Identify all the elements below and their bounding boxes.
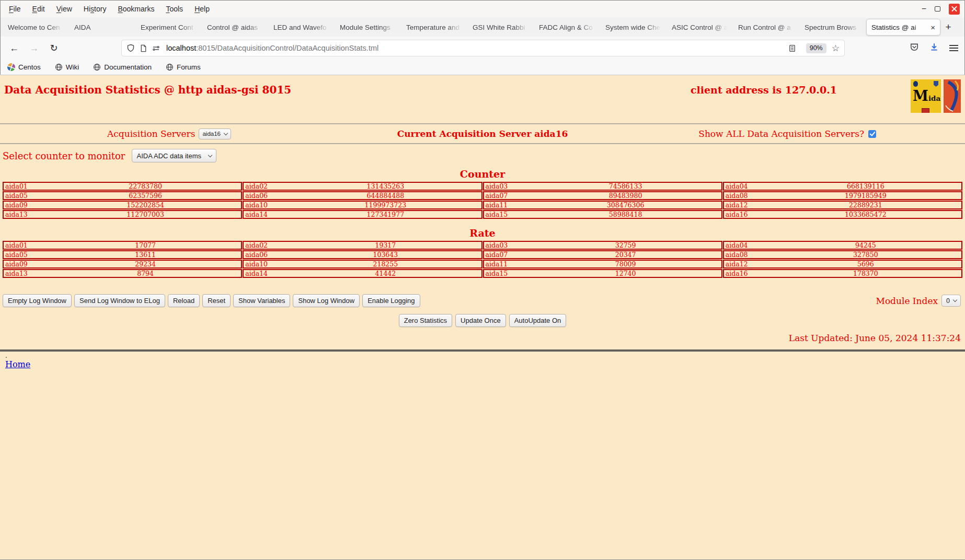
button-autoupdate-on[interactable]: AutoUpdate On (509, 314, 567, 327)
stat-value: 218255 (290, 261, 481, 267)
stat-cell-aida13: aida13112707003 (3, 210, 242, 219)
logos: Midas (911, 79, 961, 113)
tab-label: AIDA (74, 24, 131, 31)
tab-system-wide-che[interactable]: System wide Che (601, 19, 667, 35)
close-window-button[interactable] (949, 4, 960, 15)
stat-value: 94245 (770, 242, 961, 249)
url-text[interactable]: localhost:8015/DataAcquisitionControl/Da… (166, 44, 788, 52)
stat-name: aida03 (484, 183, 530, 190)
tab-asic-control-a[interactable]: ASIC Control @ a (667, 19, 733, 35)
tab-aida[interactable]: AIDA (70, 19, 136, 35)
stat-name: aida08 (724, 193, 770, 199)
tab-experiment-cont[interactable]: Experiment Cont (136, 19, 202, 35)
counter-type-value: AIDA ADC data items (136, 152, 205, 160)
tab-fadc-align-co[interactable]: FADC Align & Co (534, 19, 601, 35)
tab-statistics-active[interactable]: Statistics @ ai × (866, 19, 940, 36)
home-link[interactable]: Home (5, 359, 30, 369)
tab-run-control-a[interactable]: Run Control @ a (733, 19, 800, 35)
menu-view[interactable]: View (51, 5, 78, 13)
stat-value: 1199973723 (290, 202, 481, 208)
show-all-checkbox[interactable] (868, 130, 876, 138)
reader-mode-icon[interactable] (788, 44, 796, 52)
stat-cell-aida05: aida0513611 (3, 250, 242, 259)
menu-file[interactable]: File (3, 5, 27, 13)
stat-name: aida16 (724, 271, 770, 277)
tab-label: ASIC Control @ a (672, 24, 729, 31)
pocket-icon[interactable] (910, 42, 919, 54)
menu-bookmarks[interactable]: Bookmarks (112, 5, 160, 13)
bookmark-wiki[interactable]: Wiki (55, 63, 79, 71)
button-zero-statistics[interactable]: Zero Statistics (399, 314, 452, 327)
zoom-level-badge[interactable]: 90% (806, 43, 826, 53)
back-button[interactable]: ← (6, 40, 22, 56)
footer-divider (0, 349, 965, 352)
tab-label: GSI White Rabbi (473, 24, 530, 31)
bookmark-star-icon[interactable]: ☆ (832, 43, 840, 54)
stat-row: aida09152202854aida101199973723aida11308… (3, 201, 962, 209)
button-show-variables[interactable]: Show Variables (233, 294, 290, 307)
button-update-once[interactable]: Update Once (455, 314, 506, 327)
page-title: Data Acquisition Statistics @ http aidas… (4, 84, 291, 96)
stat-row: aida0562357596aida06644884488aida0789483… (3, 191, 962, 200)
counter-type-select[interactable]: AIDA ADC data items (132, 149, 216, 162)
button-send-log-window-to-elog[interactable]: Send Log Window to ELog (74, 294, 165, 307)
tab-welcome-to-cen[interactable]: Welcome to Cen (3, 19, 70, 35)
module-index-select[interactable]: 0 (941, 295, 961, 307)
stat-cell-aida10: aida10218255 (243, 260, 482, 269)
stat-cell-aida16: aida16178370 (723, 269, 962, 278)
reload-button[interactable]: ↻ (46, 40, 62, 56)
button-reload[interactable]: Reload (168, 294, 200, 307)
tab-gsi-white-rabbi[interactable]: GSI White Rabbi (468, 19, 534, 35)
forward-button[interactable]: → (26, 40, 42, 56)
counter-section-title: Counter (0, 168, 965, 180)
shield-icon[interactable] (127, 44, 135, 52)
menu-tools[interactable]: Tools (160, 5, 189, 13)
stat-name: aida14 (244, 212, 290, 218)
module-index-label: Module Index (876, 296, 938, 306)
menu-edit[interactable]: Edit (27, 5, 51, 13)
menu-history[interactable]: History (78, 5, 112, 13)
menu-hamburger-icon[interactable] (949, 45, 958, 51)
maximize-button[interactable] (935, 6, 940, 11)
statistics-action-row: Zero StatisticsUpdate OnceAutoUpdate On (0, 314, 965, 327)
downloads-icon[interactable] (929, 42, 939, 54)
bookmarks-bar: CentosWikiDocumentationForums (0, 60, 965, 75)
bookmark-forums[interactable]: Forums (166, 63, 201, 71)
stat-cell-aida01: aida0117077 (3, 241, 242, 250)
stat-name: aida01 (4, 183, 50, 190)
page-info-icon[interactable] (140, 44, 147, 52)
acquisition-server-select[interactable]: aida16 (199, 129, 231, 139)
permissions-icon[interactable] (152, 44, 160, 52)
tab-label: System wide Che (605, 24, 662, 31)
stat-row: aida0929234aida10218255aida1178009aida12… (3, 260, 962, 269)
bookmark-centos[interactable]: Centos (7, 63, 41, 71)
stat-value: 20347 (530, 252, 721, 258)
button-reset[interactable]: Reset (202, 294, 231, 307)
tab-label: Experiment Cont (141, 24, 198, 31)
bookmark-label: Forums (177, 63, 201, 71)
tab-led-and-wavefo[interactable]: LED and Wavefo (269, 19, 335, 35)
tab-close-icon[interactable]: × (930, 24, 935, 31)
button-empty-log-window[interactable]: Empty Log Window (3, 294, 72, 307)
url-bar[interactable]: localhost:8015/DataAcquisitionControl/Da… (121, 40, 845, 56)
button-enable-logging[interactable]: Enable Logging (362, 294, 420, 307)
new-tab-button[interactable]: + (940, 21, 956, 33)
stat-value: 1979185949 (770, 193, 961, 199)
tab-module-settings[interactable]: Module Settings (335, 19, 401, 35)
log-toolbar-buttons: Empty Log WindowSend Log Window to ELogR… (3, 294, 420, 307)
menu-help[interactable]: Help (189, 5, 215, 13)
acquisition-servers-row: Acquisition Servers aida16 Current Acqui… (0, 124, 965, 143)
tab-temperature-and[interactable]: Temperature and (401, 19, 468, 35)
bookmark-label: Documentation (104, 63, 152, 71)
stat-value: 1033685472 (770, 212, 961, 218)
stat-name: aida06 (244, 252, 290, 258)
bookmark-documentation[interactable]: Documentation (93, 63, 152, 71)
tab-control-aidas[interactable]: Control @ aidas (202, 19, 269, 35)
button-show-log-window[interactable]: Show Log Window (293, 294, 360, 307)
minimize-button[interactable]: − (922, 6, 926, 11)
centos-icon (6, 62, 16, 72)
tab-spectrum-brows[interactable]: Spectrum Brows (800, 19, 866, 35)
stat-cell-aida11: aida11308476306 (483, 201, 722, 209)
stat-cell-aida04: aida04668139116 (723, 182, 962, 191)
stat-cell-aida02: aida0219317 (243, 241, 482, 250)
